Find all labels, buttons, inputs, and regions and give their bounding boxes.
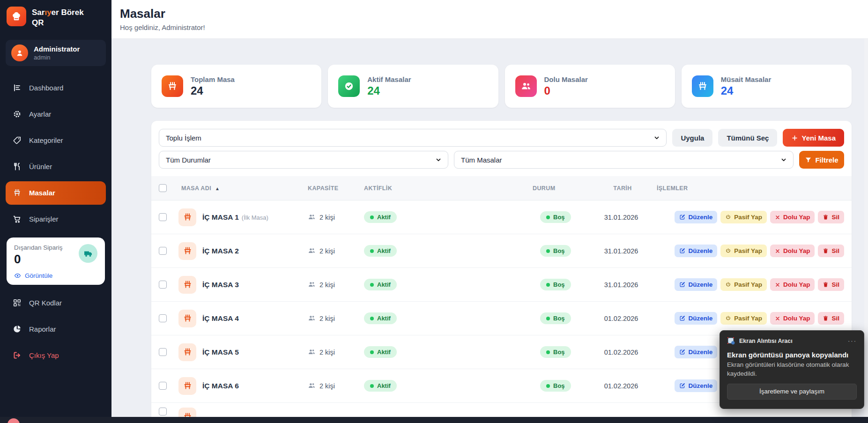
delete-button[interactable]: Sil — [818, 245, 844, 257]
active-badge: Aktif — [364, 380, 397, 392]
stat-card-dolu-masalar: Dolu Masalar 0 — [505, 65, 675, 108]
edit-button[interactable]: Düzenle — [675, 346, 717, 358]
select-all-button[interactable]: Tümünü Seç — [718, 129, 777, 147]
sidebar-item-ayarlar[interactable]: Ayarlar — [6, 103, 106, 126]
tag-icon — [12, 136, 22, 145]
row-checkbox[interactable] — [159, 281, 167, 289]
select-all-checkbox[interactable] — [159, 184, 167, 192]
row-checkbox[interactable] — [159, 213, 167, 221]
bulk-action-select[interactable]: Toplu İşlem — [159, 129, 667, 147]
status-badge: Boş — [540, 346, 571, 358]
row-actions: Düzenle Pasif Yap Dolu Yap Sil — [654, 211, 844, 223]
capacity-cell: 2 kişi — [305, 348, 361, 356]
passive-button[interactable]: Pasif Yap — [720, 278, 767, 291]
sidebar-item-masalar[interactable]: Masalar — [6, 181, 106, 205]
table-header-row: MASA ADI ▲ KAPASİTE AKTİFLİK DURUM TARİH… — [151, 176, 852, 200]
bulk-action-value: Toplu İşlem — [166, 134, 201, 142]
new-table-button[interactable]: Yeni Masa — [783, 129, 844, 147]
edit-button[interactable]: Düzenle — [675, 379, 717, 392]
date-cell: 01.02.2026 — [588, 349, 654, 356]
sidebar-item-label: Ayarlar — [29, 110, 51, 118]
status-dot — [370, 283, 374, 287]
passive-button[interactable]: Pasif Yap — [720, 245, 767, 257]
brand-name: Sarıyer Börek QR — [32, 7, 84, 29]
date-cell: 31.01.2026 — [588, 281, 654, 289]
active-badge: Aktif — [364, 279, 397, 290]
row-checkbox[interactable] — [159, 314, 167, 322]
stat-card-aktif-masalar: Aktif Masalar 24 — [328, 65, 498, 108]
delete-button[interactable]: Sil — [818, 312, 844, 325]
delete-button[interactable]: Sil — [818, 211, 844, 223]
col-header-aktiflik[interactable]: AKTİFLİK — [361, 185, 530, 192]
col-header-kapasite[interactable]: KAPASİTE — [305, 185, 361, 192]
toast-title: Ekran görüntüsü panoya kopyalandı — [727, 351, 857, 359]
scrollbar-track[interactable] — [864, 39, 868, 417]
col-header-masa-adi[interactable]: MASA ADI ▲ — [178, 185, 305, 192]
edit-button[interactable]: Düzenle — [675, 245, 717, 257]
date-cell: 01.02.2026 — [588, 315, 654, 322]
stat-value: 0 — [544, 84, 588, 97]
row-checkbox[interactable] — [159, 382, 167, 390]
table-row: İÇ MASA 1(İlk Masa) 2 kişi Aktif Boş 31.… — [151, 200, 852, 234]
avatar — [11, 45, 28, 61]
apply-button[interactable]: Uygula — [672, 129, 712, 147]
sidebar-item-kategoriler[interactable]: Kategoriler — [6, 129, 106, 152]
sidebar-item-label: Ürünler — [29, 163, 52, 171]
eye-icon — [14, 272, 21, 279]
toast-more-button[interactable]: ··· — [848, 337, 857, 344]
occupy-button[interactable]: Dolu Yap — [770, 312, 815, 325]
sidebar-item-label: Çıkış Yap — [29, 351, 59, 359]
stat-value: 24 — [367, 84, 411, 97]
row-checkbox[interactable] — [159, 247, 167, 255]
occupy-button[interactable]: Dolu Yap — [770, 211, 815, 223]
occupy-button[interactable]: Dolu Yap — [770, 278, 815, 291]
status-badge: Boş — [540, 211, 571, 223]
capacity-cell: 2 kişi — [305, 247, 361, 255]
col-header-tarih[interactable]: TARİH — [588, 185, 654, 192]
status-dot — [370, 215, 374, 219]
check-circle-icon — [338, 75, 360, 97]
col-header-durum[interactable]: DURUM — [530, 185, 588, 192]
users-icon — [308, 382, 316, 390]
sidebar-item-urunler[interactable]: Ürünler — [6, 155, 106, 178]
edit-button[interactable]: Düzenle — [675, 312, 717, 325]
row-checkbox[interactable] — [159, 408, 167, 416]
status-dot — [546, 317, 550, 320]
sidebar-item-siparisler[interactable]: Siparişler — [6, 208, 106, 231]
sidebar-item-raporlar[interactable]: Raporlar — [6, 318, 106, 341]
chair-icon — [178, 343, 196, 361]
external-order-label: Dışarıdan Sipariş — [14, 244, 63, 251]
sidebar-item-qr-kodlar[interactable]: QR Kodlar — [6, 291, 106, 315]
chair-icon — [12, 188, 22, 197]
edit-button[interactable]: Düzenle — [675, 211, 717, 223]
passive-button[interactable]: Pasif Yap — [720, 211, 767, 223]
user-chip[interactable]: Administrator admin — [6, 40, 106, 66]
passive-button[interactable]: Pasif Yap — [720, 312, 767, 325]
active-badge: Aktif — [364, 346, 397, 358]
external-order-view-link[interactable]: Görüntüle — [14, 272, 97, 279]
col-header-islemler: İŞLEMLER — [654, 185, 844, 192]
table-filter-select[interactable]: Tüm Masalar — [454, 151, 794, 169]
sort-asc-icon: ▲ — [215, 186, 220, 191]
logout-icon — [12, 351, 22, 360]
active-badge: Aktif — [364, 245, 397, 257]
status-dot — [546, 215, 550, 219]
sidebar-item-dashboard[interactable]: Dashboard — [6, 76, 106, 100]
status-filter-select[interactable]: Tüm Durumlar — [159, 151, 448, 169]
delete-button[interactable]: Sil — [818, 278, 844, 291]
chair-icon — [178, 242, 196, 260]
edit-button[interactable]: Düzenle — [675, 278, 717, 291]
markup-share-button[interactable]: İşaretleme ve paylaşım — [727, 384, 857, 400]
chevron-down-icon — [780, 156, 787, 163]
sidebar-item-cikis-yap[interactable]: Çıkış Yap — [6, 344, 106, 367]
gear-icon — [12, 110, 22, 119]
qr-icon — [12, 298, 22, 307]
filter-button[interactable]: Filtrele — [799, 151, 844, 169]
sidebar-item-label: Dashboard — [29, 84, 63, 92]
table-name: İÇ MASA 1(İlk Masa) — [202, 213, 268, 222]
users-icon — [308, 247, 316, 255]
brand-logo[interactable]: Sarıyer Börek QR — [6, 7, 106, 29]
row-checkbox[interactable] — [159, 348, 167, 356]
occupy-button[interactable]: Dolu Yap — [770, 245, 815, 257]
chair-icon — [162, 75, 183, 97]
